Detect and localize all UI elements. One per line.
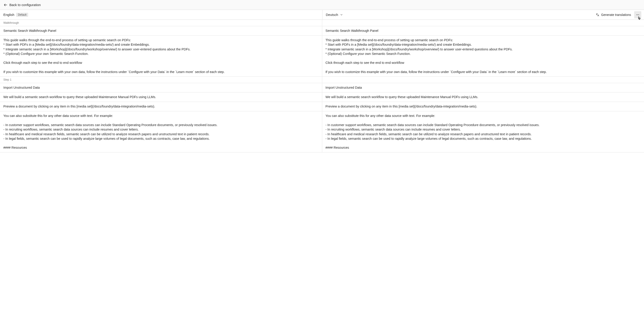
svg-point-2 xyxy=(638,14,638,15)
section-label-right xyxy=(322,77,644,83)
source-cell[interactable]: Semantic Search Walkthrough Panel xyxy=(0,26,322,35)
arrow-left-icon xyxy=(4,3,8,7)
translate-icon xyxy=(596,13,599,17)
translation-row: We will build a semantic search workflow… xyxy=(0,92,644,102)
section-header-row: Step 1 xyxy=(0,77,644,83)
section-label-right xyxy=(322,20,644,26)
source-cell[interactable]: You can also substitute this for any oth… xyxy=(0,111,322,152)
generate-translations-label: Generate translations xyxy=(601,13,631,17)
more-options-button[interactable] xyxy=(634,11,641,18)
section-header-row: Walkthrough xyxy=(0,20,644,26)
svg-point-1 xyxy=(636,14,637,15)
translation-content: Walkthrough Semantic Search Walkthrough … xyxy=(0,20,644,320)
chevron-down-icon xyxy=(340,13,343,16)
language-header: English Default Deutsch Gen xyxy=(0,10,644,20)
translation-row: This guide walks through the end-to-end … xyxy=(0,36,644,77)
source-cell[interactable]: We will build a semantic search workflow… xyxy=(0,92,322,102)
target-language-dropdown[interactable]: Deutsch xyxy=(326,13,343,17)
top-bar: Back to configuration xyxy=(0,0,644,10)
generate-translations-button[interactable]: Generate translations xyxy=(594,12,633,18)
default-badge: Default xyxy=(16,13,28,17)
svg-point-3 xyxy=(638,14,639,15)
source-language-col: English Default xyxy=(0,10,322,20)
target-cell[interactable]: Import Unstructured Data xyxy=(322,83,644,92)
section-label: Step 1 xyxy=(0,77,322,83)
source-cell[interactable]: Preview a document by clicking on any it… xyxy=(0,102,322,111)
target-cell[interactable]: Semantic Search Walkthrough Panel xyxy=(322,26,644,35)
source-language-label: English xyxy=(3,13,14,17)
translation-row: You can also substitute this for any oth… xyxy=(0,111,644,152)
back-to-configuration-link[interactable]: Back to configuration xyxy=(4,3,41,7)
translation-row: Semantic Search Walkthrough Panel Semant… xyxy=(0,26,644,36)
target-cell[interactable]: We will build a semantic search workflow… xyxy=(322,92,644,102)
source-cell[interactable]: This guide walks through the end-to-end … xyxy=(0,36,322,76)
source-cell[interactable]: Import Unstructured Data xyxy=(0,83,322,92)
target-language-col: Deutsch Generate translations xyxy=(322,10,644,20)
translation-row: Import Unstructured Data Import Unstruct… xyxy=(0,83,644,92)
target-cell[interactable]: You can also substitute this for any oth… xyxy=(322,111,644,152)
target-cell[interactable]: Preview a document by clicking on any it… xyxy=(322,102,644,111)
target-cell[interactable]: This guide walks through the end-to-end … xyxy=(322,36,644,76)
translation-row: Preview a document by clicking on any it… xyxy=(0,102,644,111)
target-language-label: Deutsch xyxy=(326,13,338,17)
section-label: Walkthrough xyxy=(0,20,322,26)
more-horizontal-icon xyxy=(636,13,640,17)
back-label: Back to configuration xyxy=(10,3,41,7)
